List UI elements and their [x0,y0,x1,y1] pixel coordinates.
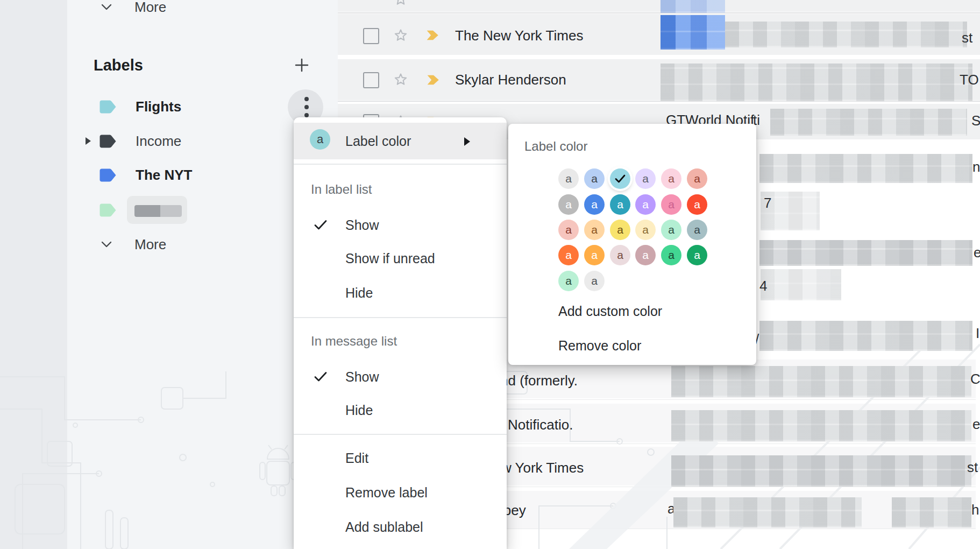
blurred-content [661,15,725,50]
gmail-screen: More Labels Flights Income The NYT More [0,0,980,549]
color-swatch-selected[interactable] [610,168,630,189]
email-sender-fragment[interactable]: Notificatio. [508,416,573,434]
swatch-letter: a [565,223,572,236]
add-custom-color-button[interactable]: Add custom color [558,302,662,320]
swatch-letter: a [591,223,598,236]
color-swatch[interactable]: a [661,245,681,265]
swatch-letter: a [565,274,572,287]
email-row-partial [338,0,980,12]
expander-right-icon[interactable] [84,137,91,145]
sidebar-label-flights[interactable]: Flights [136,97,181,116]
create-label-button[interactable] [294,57,310,73]
label-tag-icon [99,168,117,182]
color-swatch[interactable]: a [635,245,656,265]
color-swatch[interactable]: a [584,271,605,291]
star-icon[interactable] [393,72,409,88]
blurred-subject [725,22,967,47]
chevron-down-icon[interactable] [99,238,114,251]
color-swatch[interactable]: a [687,168,707,189]
blurred-row [759,321,972,351]
color-swatch[interactable]: a [661,194,681,215]
check-icon [614,172,627,185]
star-icon[interactable] [393,0,409,8]
color-swatch[interactable]: a [635,168,656,189]
swatch-letter: a [694,172,700,185]
color-swatch[interactable]: a [584,220,605,240]
subject-fragment: S [971,112,980,129]
color-swatch[interactable]: a [584,194,605,215]
label-tag-icon [99,134,117,149]
check-icon [313,217,328,233]
sidebar-label-the-nyt[interactable]: The NYT [136,166,192,184]
color-swatch[interactable]: a [610,220,630,240]
swatch-letter: a [694,249,700,261]
menu-section-in-message-list: In message list [311,333,397,350]
sidebar-label-income[interactable]: Income [136,132,181,150]
subject-fragment: h [971,501,979,518]
sidebar-item-more-labels[interactable]: More [134,236,166,253]
color-swatch[interactable]: a [661,168,681,189]
redacted-label-text [134,205,182,217]
swatch-letter: a [565,249,572,261]
blurred-subject [892,497,971,527]
select-checkbox[interactable] [363,72,379,88]
blurred-row [759,240,972,266]
swatch-letter: a [565,172,572,185]
label-color-swatch-icon: a [310,129,330,150]
swatch-letter: a [642,198,649,210]
menu-item-hide-messages[interactable]: Hide [345,402,373,419]
menu-item-remove-label[interactable]: Remove label [345,484,428,501]
color-swatch[interactable]: a [687,245,707,265]
email-sender[interactable]: Skylar Henderson [455,71,566,89]
color-swatch[interactable]: a [661,220,681,240]
email-sender-fragment[interactable]: w York Times [501,459,584,477]
check-icon [313,369,328,384]
select-checkbox[interactable] [363,28,379,44]
importance-marker-icon[interactable] [427,74,441,86]
menu-divider [294,164,507,165]
menu-section-in-label-list: In label list [311,181,372,198]
email-sender[interactable]: The New York Times [455,26,583,45]
color-swatch[interactable]: a [584,168,605,189]
swatch-letter: a [668,198,674,210]
sidebar-item-more-collapsed[interactable]: More [134,0,166,16]
label-context-menu: a Label color In label list Show Show if… [294,117,507,549]
swatch-letter: a [591,274,598,287]
dot [304,97,309,101]
star-icon[interactable] [393,27,409,44]
label-tag-icon [99,203,117,217]
chevron-down-icon[interactable] [99,1,114,13]
color-swatch[interactable]: a [558,194,579,215]
color-swatch[interactable]: a [558,271,579,291]
importance-marker-icon[interactable] [426,29,440,41]
remove-color-button[interactable]: Remove color [558,337,641,354]
color-swatch[interactable]: a [558,220,579,240]
email-sender-fragment[interactable]: nd (formerly. [500,371,578,390]
color-swatch[interactable]: a [610,245,630,265]
color-swatch[interactable]: a [687,220,707,240]
menu-item-show[interactable]: Show [345,216,379,234]
subject-fragment: st [962,29,972,46]
blurred-subject [671,366,971,397]
swatch-letter: a [668,249,674,261]
blurred-row [761,269,841,300]
swatch-letter: a [591,172,598,185]
menu-item-edit[interactable]: Edit [345,449,368,467]
subject-fragment: e [972,416,980,433]
color-popup-title: Label color [524,138,587,155]
color-swatch[interactable]: a [635,194,656,215]
color-swatch[interactable]: a [558,245,579,265]
menu-item-show-messages[interactable]: Show [345,368,379,385]
swatch-letter: a [617,198,623,210]
menu-item-show-if-unread[interactable]: Show if unread [345,250,435,267]
swatch-letter: a [617,223,623,236]
swatch-letter: a [694,198,700,210]
color-swatch[interactable]: a [687,194,707,215]
color-swatch[interactable]: a [584,245,605,265]
color-swatch[interactable]: a [610,194,630,215]
subject-fragment: e [974,244,980,261]
menu-item-add-sublabel[interactable]: Add sublabel [345,518,423,536]
color-swatch[interactable]: a [558,168,579,189]
color-swatch[interactable]: a [635,220,656,240]
menu-item-hide[interactable]: Hide [345,284,373,301]
